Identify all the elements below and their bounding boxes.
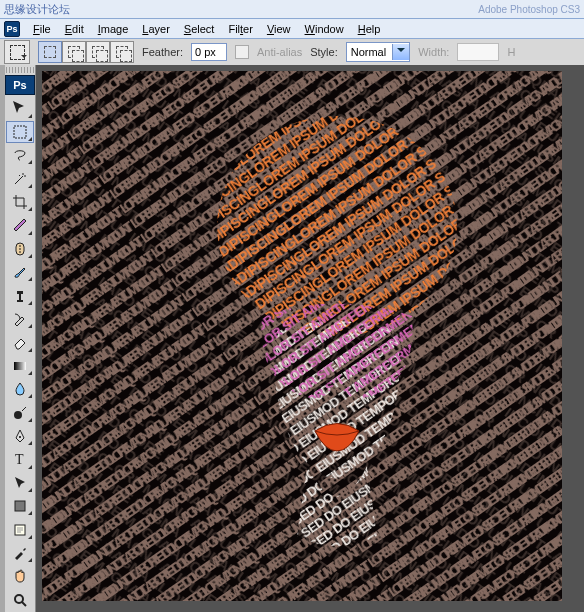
menu-bar: Ps File Edit Image Layer Select Filter V… <box>0 19 584 39</box>
tool-marquee[interactable] <box>6 121 34 143</box>
svg-rect-9 <box>15 501 25 511</box>
blur-icon <box>12 381 28 397</box>
hand-icon <box>12 568 28 584</box>
feather-label: Feather: <box>142 46 183 58</box>
selmode-intersect[interactable] <box>110 41 134 63</box>
pen-icon <box>12 428 28 444</box>
selmode-add[interactable] <box>62 41 86 63</box>
marquee-icon <box>10 45 25 60</box>
title-bar: 思缘设计论坛 Adobe Photoshop CS3 <box>0 0 584 19</box>
eraser-icon <box>12 334 28 350</box>
dodge-icon <box>12 405 28 421</box>
notes-icon <box>12 522 28 538</box>
svg-point-6 <box>14 411 22 419</box>
tool-gradient[interactable] <box>6 355 34 377</box>
path-select-icon <box>12 475 28 491</box>
heal-icon <box>12 241 28 257</box>
options-bar: Feather: 0 px Anti-alias Style: Normal W… <box>0 39 584 66</box>
width-label: Width: <box>418 46 449 58</box>
svg-point-4 <box>19 251 21 253</box>
slice-icon <box>12 217 28 233</box>
eyedropper-icon <box>12 545 28 561</box>
canvas-area: LOREM IPSUM DOLOR SIT AMET CONSECTETUR A… <box>36 65 584 612</box>
wand-icon <box>12 171 28 187</box>
svg-point-7 <box>19 436 21 438</box>
menu-file[interactable]: File <box>26 21 58 37</box>
stamp-icon <box>12 288 28 304</box>
tool-dodge[interactable] <box>6 401 34 423</box>
menu-help[interactable]: Help <box>351 21 388 37</box>
svg-rect-0 <box>14 126 26 138</box>
tool-preset-picker[interactable] <box>4 40 30 64</box>
tool-crop[interactable] <box>6 191 34 213</box>
svg-rect-5 <box>14 362 26 370</box>
tool-hand[interactable] <box>6 565 34 587</box>
lasso-icon <box>12 147 28 163</box>
tool-history-brush[interactable] <box>6 308 34 330</box>
workspace: Ps <box>0 65 584 612</box>
history-brush-icon <box>12 311 28 327</box>
gradient-icon <box>12 358 28 374</box>
app-version: Adobe Photoshop CS3 <box>478 4 580 15</box>
tool-brush[interactable] <box>6 261 34 283</box>
tool-shape[interactable] <box>6 495 34 517</box>
zoom-icon <box>12 592 28 608</box>
anti-alias-checkbox <box>235 45 249 59</box>
toolbox-logo[interactable]: Ps <box>5 75 35 96</box>
tool-pen[interactable] <box>6 425 34 447</box>
tool-lasso[interactable] <box>6 144 34 166</box>
chevron-down-icon <box>392 44 409 60</box>
type-icon: T <box>12 451 28 467</box>
tool-heal[interactable] <box>6 238 34 260</box>
artwork-portrait: LOREM IPSUM DOLOR SIT AMET CONSECTETUR A… <box>207 116 467 546</box>
tool-move[interactable] <box>6 97 34 119</box>
menu-view[interactable]: View <box>260 21 298 37</box>
tool-zoom[interactable] <box>6 589 34 611</box>
anti-alias-label: Anti-alias <box>257 46 302 58</box>
watermark-text: 思缘设计论坛 <box>4 2 478 17</box>
tool-blur[interactable] <box>6 378 34 400</box>
tool-notes[interactable] <box>6 518 34 540</box>
style-select[interactable]: Normal <box>346 42 410 62</box>
move-icon <box>12 100 28 116</box>
menu-select[interactable]: Select <box>177 21 222 37</box>
tool-eyedropper[interactable] <box>6 542 34 564</box>
tool-wand[interactable] <box>6 167 34 189</box>
height-label: H <box>507 46 515 58</box>
menu-window[interactable]: Window <box>298 21 351 37</box>
menu-image[interactable]: Image <box>91 21 136 37</box>
tool-type[interactable]: T <box>6 448 34 470</box>
toolbox: Ps <box>5 65 36 612</box>
style-value: Normal <box>351 46 386 58</box>
tool-stamp[interactable] <box>6 284 34 306</box>
selmode-subtract[interactable] <box>86 41 110 63</box>
app-icon[interactable]: Ps <box>4 21 20 37</box>
menu-filter[interactable]: Filter <box>221 21 259 37</box>
feather-input[interactable]: 0 px <box>191 43 227 61</box>
selection-mode-group <box>38 41 134 63</box>
tool-path-select[interactable] <box>6 472 34 494</box>
svg-point-3 <box>19 248 21 250</box>
brush-icon <box>12 264 28 280</box>
style-label: Style: <box>310 46 338 58</box>
tool-eraser[interactable] <box>6 331 34 353</box>
svg-text:T: T <box>15 452 24 467</box>
svg-point-20 <box>217 116 457 336</box>
menu-edit[interactable]: Edit <box>58 21 91 37</box>
width-input <box>457 43 499 61</box>
selmode-new[interactable] <box>38 41 62 63</box>
menu-layer[interactable]: Layer <box>135 21 177 37</box>
crop-icon <box>12 194 28 210</box>
marquee-icon <box>12 124 28 140</box>
svg-point-2 <box>19 245 21 247</box>
toolbox-grip[interactable] <box>6 67 34 73</box>
tool-slice[interactable] <box>6 214 34 236</box>
shape-icon <box>12 498 28 514</box>
svg-point-11 <box>15 595 23 603</box>
document-canvas[interactable]: LOREM IPSUM DOLOR SIT AMET CONSECTETUR A… <box>42 71 562 601</box>
